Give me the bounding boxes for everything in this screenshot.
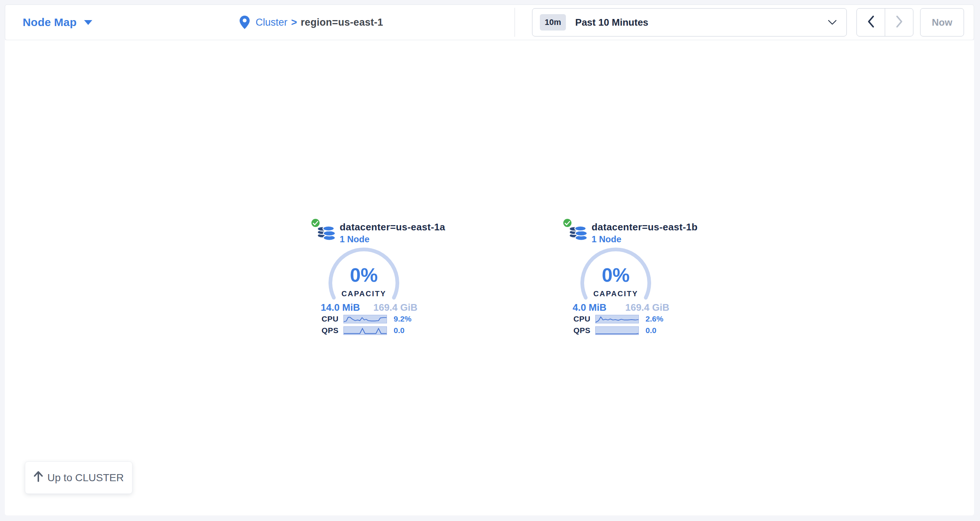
qps-sparkline: [344, 327, 387, 335]
time-range-label: Past 10 Minutes: [575, 17, 649, 28]
up-to-cluster-label: Up to CLUSTER: [47, 472, 124, 484]
view-selector-dropdown[interactable]: Node Map: [23, 16, 92, 29]
location-pin-icon: [240, 16, 250, 29]
node-map-canvas: datacenter=us-east-1a 1 Node 0% CAPACITY…: [5, 40, 974, 515]
capacity-total: 169.4 GiB: [373, 302, 417, 313]
capacity-values-row: 14.0 MiB 169.4 GiB: [321, 302, 417, 313]
status-ok-icon: [310, 218, 321, 228]
locality-card-us-east-1a[interactable]: datacenter=us-east-1a 1 Node 0% CAPACITY…: [304, 218, 423, 341]
capacity-label: CAPACITY: [327, 290, 401, 298]
stat-value: 2.6%: [646, 314, 663, 323]
locality-title: datacenter=us-east-1a: [340, 221, 445, 233]
header-bar: Node Map Cluster > region=us-east-1 10m …: [5, 5, 974, 40]
breadcrumb-current: region=us-east-1: [301, 17, 383, 28]
stat-label: QPS: [319, 326, 339, 335]
capacity-total: 169.4 GiB: [625, 302, 669, 313]
status-ok-icon: [562, 218, 573, 228]
capacity-used: 4.0 MiB: [573, 302, 606, 313]
time-range-badge: 10m: [540, 14, 566, 30]
stat-label: CPU: [571, 314, 590, 323]
qps-sparkline: [595, 327, 639, 335]
capacity-used: 14.0 MiB: [321, 302, 360, 313]
locality-card-us-east-1b[interactable]: datacenter=us-east-1b 1 Node 0% CAPACITY…: [556, 218, 675, 341]
stat-row-cpu: CPU 9.2%: [319, 314, 412, 323]
database-icon: [568, 224, 589, 244]
capacity-label: CAPACITY: [579, 290, 653, 298]
time-next-button[interactable]: [885, 8, 913, 36]
chevron-left-icon: [867, 15, 875, 29]
breadcrumb: Cluster > region=us-east-1: [240, 5, 383, 40]
capacity-percent: 0%: [327, 265, 401, 285]
database-icon: [316, 224, 337, 244]
breadcrumb-cluster-link[interactable]: Cluster: [256, 17, 288, 28]
locality-title: datacenter=us-east-1b: [592, 221, 698, 233]
chevron-down-icon: [828, 20, 837, 25]
stat-value: 0.0: [394, 326, 404, 335]
header-time-section: 10m Past 10 Minutes: [515, 5, 974, 40]
time-prev-button[interactable]: [857, 8, 885, 36]
cpu-sparkline: [595, 315, 639, 323]
stat-row-cpu: CPU 2.6%: [571, 314, 663, 323]
chevron-right-icon: [896, 15, 903, 29]
capacity-values-row: 4.0 MiB 169.4 GiB: [573, 302, 669, 313]
up-arrow-icon: [33, 471, 43, 484]
cpu-sparkline: [344, 315, 387, 323]
now-button[interactable]: Now: [920, 8, 964, 37]
stat-value: 9.2%: [394, 314, 412, 323]
breadcrumb-separator: >: [291, 17, 297, 28]
stat-row-qps: QPS 0.0: [319, 326, 404, 335]
time-nav-group: [856, 8, 913, 37]
locality-node-count: 1 Node: [592, 234, 621, 244]
stat-label: QPS: [571, 326, 590, 335]
capacity-percent: 0%: [579, 265, 653, 285]
header-left-section: Node Map Cluster > region=us-east-1: [5, 5, 515, 40]
time-range-selector[interactable]: 10m Past 10 Minutes: [532, 8, 847, 37]
view-selector-label: Node Map: [23, 16, 76, 29]
stat-value: 0.0: [646, 326, 656, 335]
caret-down-icon: [84, 20, 92, 25]
up-to-cluster-button[interactable]: Up to CLUSTER: [25, 462, 132, 494]
stat-row-qps: QPS 0.0: [571, 326, 656, 335]
locality-node-count: 1 Node: [340, 234, 369, 244]
stat-label: CPU: [319, 314, 339, 323]
